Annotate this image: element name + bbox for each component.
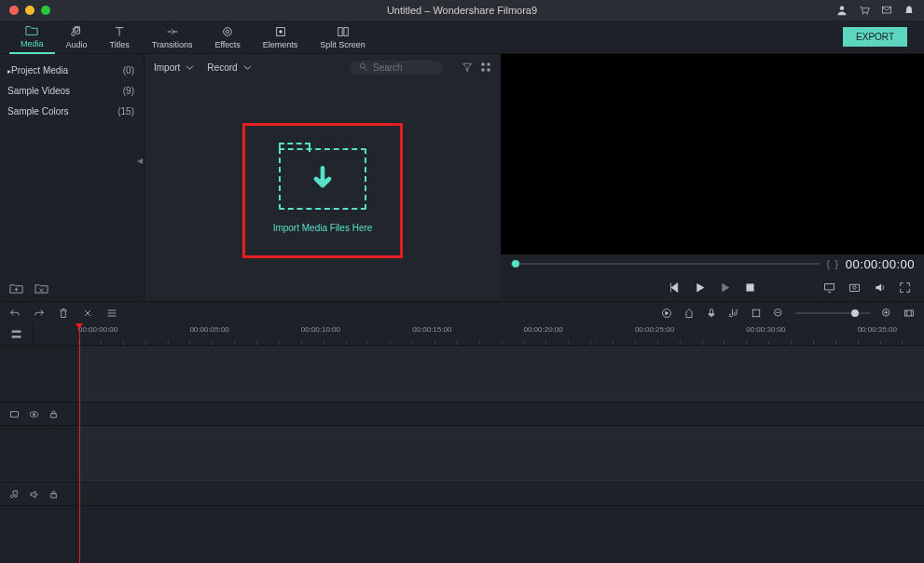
svg-rect-14 <box>488 69 490 72</box>
chevron-down-icon <box>243 63 252 72</box>
render-preview-icon[interactable] <box>661 308 672 319</box>
next-frame-button[interactable] <box>719 282 731 294</box>
svg-rect-31 <box>51 493 57 497</box>
tab-audio[interactable]: Audio <box>55 21 99 54</box>
ruler-timestamp: 00:00:10:00 <box>301 325 340 334</box>
zoom-slider[interactable] <box>795 312 870 314</box>
minimize-window-button[interactable] <box>25 6 34 15</box>
main-tabs-toolbar: Media Audio Titles Transitions Effects E… <box>0 21 924 54</box>
ruler-timestamp: 00:00:30:00 <box>746 325 785 334</box>
zoom-out-icon[interactable] <box>773 308 784 319</box>
mute-icon[interactable] <box>29 489 39 500</box>
fullscreen-icon[interactable] <box>899 282 911 294</box>
ruler-timestamp: 00:00:05:00 <box>189 325 228 334</box>
preview-timecode: 00:00:00:00 <box>846 257 915 271</box>
export-button[interactable]: EXPORT <box>843 27 907 47</box>
svg-point-4 <box>224 27 232 35</box>
tab-elements[interactable]: Elements <box>252 21 310 54</box>
play-button[interactable] <box>694 282 706 294</box>
import-dropzone-highlight: Import Media Files Here <box>242 123 404 258</box>
music-note-icon <box>9 489 20 500</box>
import-label: Import <box>154 62 180 73</box>
elements-icon <box>274 25 287 38</box>
svg-point-7 <box>279 30 283 34</box>
tab-media[interactable]: Media <box>9 21 55 54</box>
display-device-icon[interactable] <box>823 282 835 294</box>
audio-track-1[interactable] <box>0 483 924 506</box>
manage-tracks-icon[interactable] <box>10 328 22 340</box>
svg-rect-21 <box>752 309 760 317</box>
account-icon[interactable] <box>836 5 848 16</box>
svg-rect-24 <box>905 310 914 316</box>
preview-scrubber[interactable] <box>510 263 820 265</box>
tab-label: Media <box>21 39 44 48</box>
zoom-in-icon[interactable] <box>881 308 892 319</box>
snapshot-icon[interactable] <box>848 282 861 294</box>
video-track-1[interactable] <box>0 403 924 426</box>
split-button[interactable] <box>82 308 93 319</box>
voiceover-icon[interactable] <box>706 308 717 319</box>
timeline-toolbar <box>0 301 924 323</box>
cart-icon[interactable] <box>859 5 870 16</box>
remove-folder-icon[interactable] <box>34 282 48 295</box>
svg-rect-9 <box>343 27 347 35</box>
playhead[interactable] <box>79 323 80 563</box>
grid-view-icon[interactable] <box>480 62 491 73</box>
audio-track-spacer[interactable] <box>0 426 924 483</box>
message-icon[interactable] <box>881 5 892 16</box>
tab-label: Titles <box>110 40 130 49</box>
crop-icon[interactable] <box>751 308 762 319</box>
maximize-window-button[interactable] <box>41 6 50 15</box>
undo-button[interactable] <box>9 308 21 319</box>
record-dropdown[interactable]: Record <box>207 62 251 73</box>
sidebar-item-project-media[interactable]: ▸Project Media (0) <box>0 60 144 80</box>
audio-mixer-icon[interactable] <box>728 308 739 319</box>
svg-point-18 <box>853 285 856 288</box>
add-folder-icon[interactable] <box>9 282 23 295</box>
tab-label: Split Screen <box>320 40 365 49</box>
ruler-timestamp: 00:00:15:00 <box>412 325 451 334</box>
tab-effects[interactable]: Effects <box>203 21 251 54</box>
stop-button[interactable] <box>744 282 756 294</box>
ruler-timestamp: 00:00:35:00 <box>858 325 897 334</box>
svg-rect-12 <box>488 63 490 66</box>
import-dropdown[interactable]: Import <box>154 62 194 73</box>
preview-viewport[interactable] <box>501 54 924 254</box>
search-input-wrap[interactable] <box>350 61 443 75</box>
notifications-icon[interactable] <box>903 5 915 16</box>
prev-frame-button[interactable] <box>669 282 681 294</box>
collapse-sidebar-handle[interactable]: ◀ <box>137 157 143 165</box>
search-icon <box>359 62 368 72</box>
sidebar-item-sample-videos[interactable]: Sample Videos (9) <box>0 80 144 101</box>
preview-panel: { } 00:00:00:00 <box>501 54 924 301</box>
lock-icon[interactable] <box>48 409 59 419</box>
import-dropzone[interactable] <box>279 148 366 210</box>
tab-titles[interactable]: Titles <box>99 21 141 54</box>
filter-icon[interactable] <box>462 62 473 73</box>
sidebar-item-sample-colors[interactable]: Sample Colors (15) <box>0 101 144 121</box>
window-titlebar: Untitled – Wondershare Filmora9 <box>0 0 924 21</box>
edit-menu-icon[interactable] <box>106 308 117 319</box>
delete-button[interactable] <box>58 308 69 319</box>
search-input[interactable] <box>373 62 429 73</box>
sidebar-item-label: Sample Colors <box>7 106 69 117</box>
svg-point-29 <box>33 413 35 416</box>
zoom-fit-icon[interactable] <box>903 308 915 319</box>
tab-splitscreen[interactable]: Split Screen <box>309 21 377 54</box>
close-window-button[interactable] <box>9 6 19 15</box>
chevron-down-icon <box>186 63 194 72</box>
tab-label: Transitions <box>152 40 193 49</box>
redo-button[interactable] <box>34 308 45 319</box>
sidebar-item-count: (0) <box>123 65 134 76</box>
marker-icon[interactable] <box>683 308 695 319</box>
media-panel: ◀ Import Record <box>145 54 501 301</box>
timeline-ruler[interactable]: 00:00:00:0000:00:05:0000:00:10:0000:00:1… <box>0 323 924 346</box>
filmstrip-icon <box>9 409 20 419</box>
tab-transitions[interactable]: Transitions <box>141 21 204 54</box>
visibility-icon[interactable] <box>29 409 39 419</box>
lock-icon[interactable] <box>48 489 59 500</box>
video-track-2[interactable] <box>0 346 924 403</box>
volume-icon[interactable] <box>874 282 886 294</box>
svg-point-1 <box>862 13 864 15</box>
svg-rect-26 <box>12 336 21 337</box>
